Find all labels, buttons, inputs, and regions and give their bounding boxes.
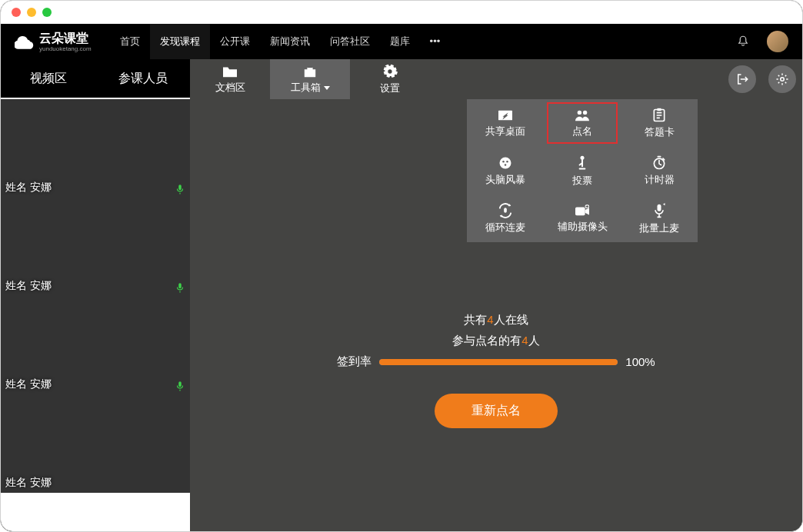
toolbox-dropdown: 共享桌面 点名 答题卡 头脑风暴 投票 — [467, 99, 698, 242]
timer-icon — [651, 155, 667, 171]
video-tile[interactable]: 姓名 安娜 — [1, 198, 190, 296]
settings-button[interactable]: 设置 — [350, 59, 430, 99]
toolbox-icon — [302, 65, 318, 78]
roll-call-button[interactable]: 点名 — [544, 99, 621, 147]
doc-area-label: 文档区 — [215, 81, 245, 95]
vote-button[interactable]: 投票 — [544, 147, 621, 195]
screen-share-icon — [497, 108, 514, 122]
nav-news[interactable]: 新闻资讯 — [260, 24, 320, 59]
svg-point-2 — [578, 110, 581, 114]
participant-name: 姓名 安娜 — [5, 279, 52, 293]
brand-name: 云朵课堂 — [39, 31, 92, 47]
brainstorm-icon — [498, 155, 513, 171]
nav-open-class[interactable]: 公开课 — [210, 24, 260, 59]
settings-round-button[interactable] — [768, 65, 796, 93]
brand-sub: yunduoketang.com — [39, 45, 92, 52]
app-window: 云朵课堂 yunduoketang.com 首页 发现课程 公开课 新闻资讯 问… — [0, 0, 803, 532]
vote-icon — [575, 155, 590, 171]
svg-point-7 — [502, 161, 505, 163]
svg-point-3 — [583, 110, 587, 114]
tab-video-area[interactable]: 视频区 — [1, 59, 95, 98]
nav-question-bank[interactable]: 题库 — [380, 24, 420, 59]
attendance-rate-row: 签到率 100% — [337, 354, 655, 369]
minimize-window-icon[interactable] — [27, 8, 36, 17]
timer-button[interactable]: 计时器 — [621, 147, 698, 195]
cloud-icon — [15, 32, 35, 52]
sidebar-tabs: 视频区 参课人员 — [1, 59, 190, 99]
loop-mic-button[interactable]: 循环连麦 — [467, 195, 544, 242]
maximize-window-icon[interactable] — [42, 8, 52, 17]
participant-name: 姓名 安娜 — [5, 476, 52, 490]
video-list: 姓名 安娜 姓名 安娜 姓名 安娜 姓名 安娜 — [1, 99, 190, 531]
screen-share-button[interactable]: 共享桌面 — [467, 99, 544, 147]
top-nav: 云朵课堂 yunduoketang.com 首页 发现课程 公开课 新闻资讯 问… — [1, 24, 802, 59]
bell-icon[interactable] — [736, 35, 750, 48]
video-tile[interactable]: 姓名 安娜 — [1, 394, 190, 493]
progress-bar — [379, 359, 618, 365]
svg-point-0 — [781, 78, 785, 81]
svg-rect-5 — [658, 108, 661, 110]
svg-point-8 — [506, 161, 508, 163]
mic-icon — [175, 184, 185, 195]
user-avatar[interactable] — [767, 31, 788, 52]
progress-fill — [379, 359, 618, 365]
gear-icon — [775, 72, 789, 86]
loop-mic-icon — [497, 203, 514, 218]
answer-sheet-icon — [651, 108, 667, 123]
batch-mic-button[interactable]: 批量上麦 — [621, 195, 698, 242]
gear-icon — [382, 64, 398, 79]
toolbox-label: 工具箱 — [291, 81, 330, 95]
svg-rect-12 — [504, 208, 507, 212]
mic-icon — [175, 381, 185, 391]
svg-point-6 — [500, 157, 511, 168]
window-titlebar — [1, 1, 802, 24]
aux-camera-button[interactable]: 辅助摄像头 — [544, 195, 621, 242]
online-count-line: 共有4人在线 — [464, 313, 528, 328]
main-toolbar: 文档区 工具箱 设置 — [190, 59, 802, 99]
rate-value: 100% — [625, 355, 655, 368]
video-tile[interactable]: 姓名 安娜 — [1, 99, 190, 198]
nav-qa[interactable]: 问答社区 — [320, 24, 380, 59]
toolbox-button[interactable]: 工具箱 — [270, 59, 350, 99]
roll-call-icon — [574, 108, 591, 122]
nav-home[interactable]: 首页 — [110, 24, 150, 59]
rollcall-count-line: 参与点名的有4人 — [452, 334, 539, 348]
doc-area-button[interactable]: 文档区 — [190, 59, 270, 99]
brainstorm-button[interactable]: 头脑风暴 — [467, 147, 544, 195]
exit-icon — [735, 72, 749, 86]
close-window-icon[interactable] — [12, 8, 21, 17]
nav-discover[interactable]: 发现课程 — [150, 24, 210, 59]
roll-call-stats: 共有4人在线 参与点名的有4人 签到率 100% 重新点名 — [190, 313, 802, 428]
exit-button[interactable] — [728, 65, 756, 93]
mic-icon — [175, 282, 185, 293]
aux-camera-icon — [574, 204, 591, 218]
main-area: 文档区 工具箱 设置 — [190, 59, 802, 531]
svg-rect-15 — [658, 204, 661, 211]
settings-label: 设置 — [380, 81, 400, 95]
svg-point-9 — [505, 164, 507, 166]
sidebar: 视频区 参课人员 姓名 安娜 姓名 安娜 姓名 安娜 — [1, 59, 190, 531]
brand-logo[interactable]: 云朵课堂 yunduoketang.com — [15, 31, 92, 52]
participant-name: 姓名 安娜 — [5, 377, 52, 391]
tab-participants[interactable]: 参课人员 — [95, 59, 190, 98]
folder-icon — [222, 65, 238, 78]
answer-sheet-button[interactable]: 答题卡 — [621, 99, 698, 147]
batch-mic-icon — [651, 202, 667, 219]
nav-more[interactable]: ••• — [420, 24, 451, 59]
redo-rollcall-button[interactable]: 重新点名 — [435, 394, 558, 428]
svg-rect-13 — [575, 207, 585, 215]
video-tile[interactable]: 姓名 安娜 — [1, 296, 190, 394]
video-tile-empty — [1, 493, 190, 531]
rate-label: 签到率 — [337, 354, 372, 369]
participant-name: 姓名 安娜 — [5, 181, 52, 195]
